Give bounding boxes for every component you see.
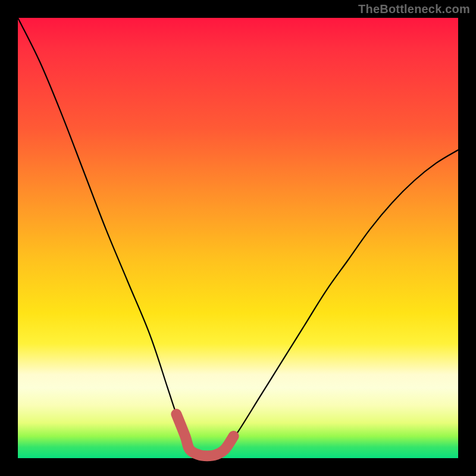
plot-area: [18, 18, 458, 458]
bottleneck-curve: [18, 18, 458, 456]
bottleneck-highlight: [176, 414, 233, 456]
chart-frame: TheBottleneck.com: [0, 0, 476, 476]
curve-svg: [18, 18, 458, 458]
watermark-text: TheBottleneck.com: [358, 2, 470, 16]
